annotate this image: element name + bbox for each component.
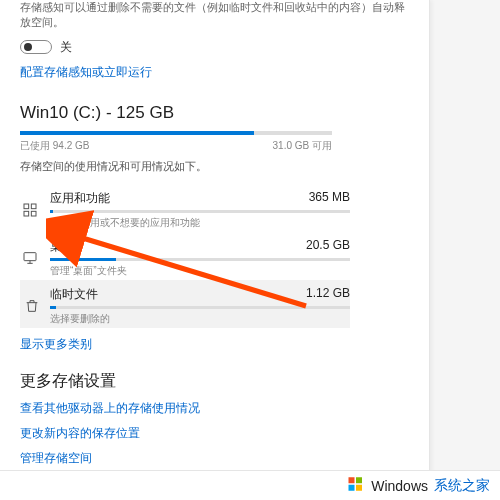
- settings-panel: 存储感知可以通过删除不需要的文件（例如临时文件和回收站中的内容）自动释放空间。 …: [0, 0, 430, 500]
- more-storage-title: 更多存储设置: [20, 371, 409, 392]
- drive-used-label: 已使用 94.2 GB: [20, 139, 89, 153]
- category-sub: 管理“桌面”文件夹: [50, 264, 350, 278]
- show-more-categories-link[interactable]: 显示更多类别: [20, 336, 409, 353]
- category-item-apps[interactable]: 应用和功能365 MB卸载未使用或不想要的应用和功能: [20, 184, 350, 232]
- category-body: 桌面20.5 GB管理“桌面”文件夹: [50, 238, 350, 278]
- category-body: 临时文件1.12 GB选择要删除的: [50, 286, 350, 326]
- desktop-icon: [20, 248, 40, 268]
- drive-caption: 存储空间的使用情况和可用情况如下。: [20, 159, 409, 174]
- footer-brand: Windows: [371, 478, 428, 494]
- svg-rect-4: [24, 252, 36, 260]
- footer-site: 系统之家: [434, 477, 490, 495]
- storage-sense-toggle[interactable]: [20, 40, 52, 54]
- trash-icon: [24, 296, 40, 316]
- svg-rect-8: [349, 477, 355, 483]
- category-bar: [50, 258, 350, 261]
- category-bar: [50, 210, 350, 213]
- category-bar-fill: [50, 210, 53, 213]
- category-name: 应用和功能: [50, 190, 110, 207]
- category-size: 1.12 GB: [306, 286, 350, 303]
- category-bar-fill: [50, 306, 56, 309]
- storage-sense-desc: 存储感知可以通过删除不需要的文件（例如临时文件和回收站中的内容）自动释放空间。: [20, 0, 409, 31]
- windows-logo-icon: [347, 475, 365, 496]
- category-list: 应用和功能365 MB卸载未使用或不想要的应用和功能桌面20.5 GB管理“桌面…: [20, 184, 409, 328]
- configure-storage-sense-link[interactable]: 配置存储感知或立即运行: [20, 64, 409, 81]
- category-name: 临时文件: [50, 286, 98, 303]
- category-size: 20.5 GB: [306, 238, 350, 255]
- drive-usage-labels: 已使用 94.2 GB 31.0 GB 可用: [20, 139, 332, 153]
- category-item-desktop[interactable]: 桌面20.5 GB管理“桌面”文件夹: [20, 232, 350, 280]
- apps-icon: [20, 200, 40, 220]
- category-sub: 卸载未使用或不想要的应用和功能: [50, 216, 350, 230]
- drive-title: Win10 (C:) - 125 GB: [20, 103, 409, 123]
- footer-bar: Windows 系统之家: [0, 470, 500, 500]
- category-name: 桌面: [50, 238, 74, 255]
- svg-rect-11: [356, 485, 362, 491]
- toggle-label: 关: [60, 39, 72, 56]
- svg-rect-3: [31, 211, 36, 216]
- drive-free-label: 31.0 GB 可用: [273, 139, 332, 153]
- drive-usage-bar: [20, 131, 332, 135]
- category-item-trash[interactable]: 临时文件1.12 GB选择要删除的: [20, 280, 350, 328]
- svg-rect-2: [24, 211, 29, 216]
- svg-rect-10: [349, 485, 355, 491]
- svg-rect-0: [24, 204, 29, 209]
- category-bar: [50, 306, 350, 309]
- storage-sense-toggle-row: 关: [20, 39, 409, 56]
- category-bar-fill: [50, 258, 116, 261]
- more-storage-link-0[interactable]: 查看其他驱动器上的存储使用情况: [20, 400, 409, 417]
- drive-usage-fill: [20, 131, 254, 135]
- more-storage-link-1[interactable]: 更改新内容的保存位置: [20, 425, 409, 442]
- svg-rect-9: [356, 477, 362, 483]
- category-sub: 选择要删除的: [50, 312, 350, 326]
- more-storage-link-2[interactable]: 管理存储空间: [20, 450, 409, 467]
- category-body: 应用和功能365 MB卸载未使用或不想要的应用和功能: [50, 190, 350, 230]
- svg-rect-1: [31, 204, 36, 209]
- category-size: 365 MB: [309, 190, 350, 207]
